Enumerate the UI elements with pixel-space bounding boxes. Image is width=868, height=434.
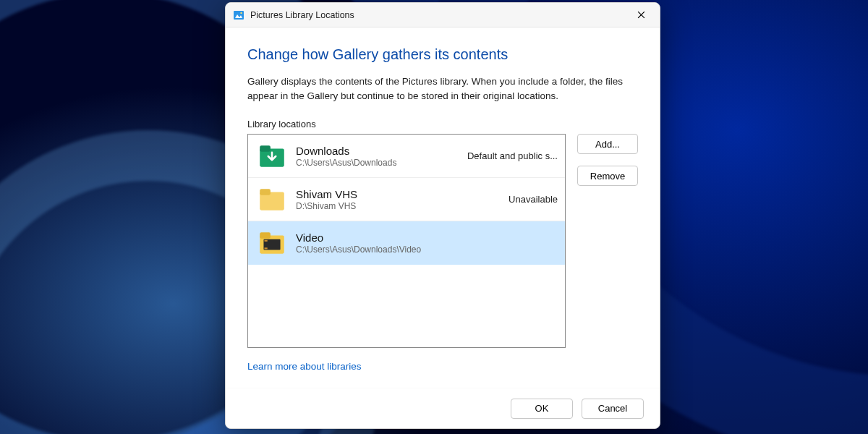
close-button[interactable]	[625, 3, 657, 27]
svg-rect-11	[265, 247, 268, 249]
window-title: Pictures Library Locations	[250, 10, 625, 20]
pictures-app-icon	[233, 9, 244, 21]
location-text: Shivam VHSD:\Shivam VHS	[296, 188, 500, 211]
location-text: DownloadsC:\Users\Asus\Downloads	[296, 145, 459, 168]
dialog-heading: Change how Gallery gathers its contents	[247, 46, 638, 63]
section-label: Library locations	[247, 119, 638, 129]
locations-listbox[interactable]: DownloadsC:\Users\Asus\DownloadsDefault …	[247, 134, 566, 348]
dialog-footer: OK Cancel	[226, 388, 660, 428]
location-name: Shivam VHS	[296, 188, 500, 200]
desktop-background: Pictures Library Locations Change how Ga…	[0, 0, 868, 434]
location-row[interactable]: VideoC:\Users\Asus\Downloads\Video	[248, 221, 565, 265]
location-path: C:\Users\Asus\Downloads\Video	[296, 244, 549, 255]
location-path: D:\Shivam VHS	[296, 201, 500, 211]
svg-rect-10	[265, 239, 268, 241]
library-locations-dialog: Pictures Library Locations Change how Ga…	[225, 2, 660, 429]
titlebar[interactable]: Pictures Library Locations	[226, 3, 660, 27]
location-name: Video	[296, 231, 549, 244]
add-button[interactable]: Add...	[577, 134, 638, 154]
location-row[interactable]: DownloadsC:\Users\Asus\DownloadsDefault …	[248, 135, 565, 178]
ok-button[interactable]: OK	[511, 399, 573, 419]
location-name: Downloads	[296, 145, 459, 157]
side-buttons: Add... Remove	[577, 134, 638, 348]
video-folder-icon	[257, 228, 287, 258]
svg-rect-8	[260, 232, 271, 238]
location-status: Default and public s...	[467, 150, 558, 161]
downloads-folder-icon	[257, 141, 287, 171]
remove-button[interactable]: Remove	[577, 166, 638, 186]
folder-folder-icon	[257, 184, 287, 215]
dialog-description: Gallery displays the contents of the Pic…	[247, 75, 624, 103]
svg-rect-0	[234, 11, 244, 20]
cancel-button[interactable]: Cancel	[582, 399, 644, 419]
svg-rect-6	[260, 189, 271, 195]
svg-point-2	[240, 12, 242, 13]
learn-more-link[interactable]: Learn more about libraries	[247, 361, 638, 372]
location-text: VideoC:\Users\Asus\Downloads\Video	[296, 231, 549, 255]
location-path: C:\Users\Asus\Downloads	[296, 158, 459, 168]
dialog-body: Change how Gallery gathers its contents …	[226, 27, 660, 388]
close-icon	[637, 11, 645, 19]
svg-rect-4	[260, 145, 271, 151]
location-row[interactable]: Shivam VHSD:\Shivam VHSUnavailable	[248, 178, 565, 221]
location-status: Unavailable	[509, 194, 558, 205]
